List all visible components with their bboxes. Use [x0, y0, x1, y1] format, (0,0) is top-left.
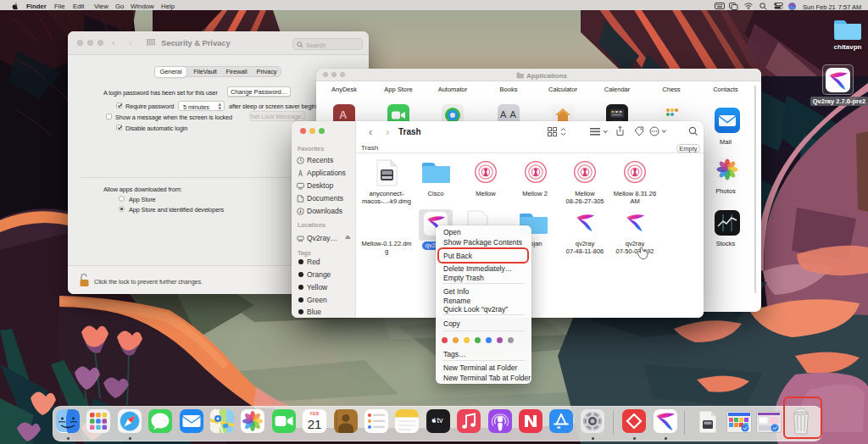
svg-text:FEB: FEB	[310, 411, 320, 416]
svg-text:21: 21	[308, 417, 322, 431]
svg-text:tv: tv	[437, 416, 444, 425]
